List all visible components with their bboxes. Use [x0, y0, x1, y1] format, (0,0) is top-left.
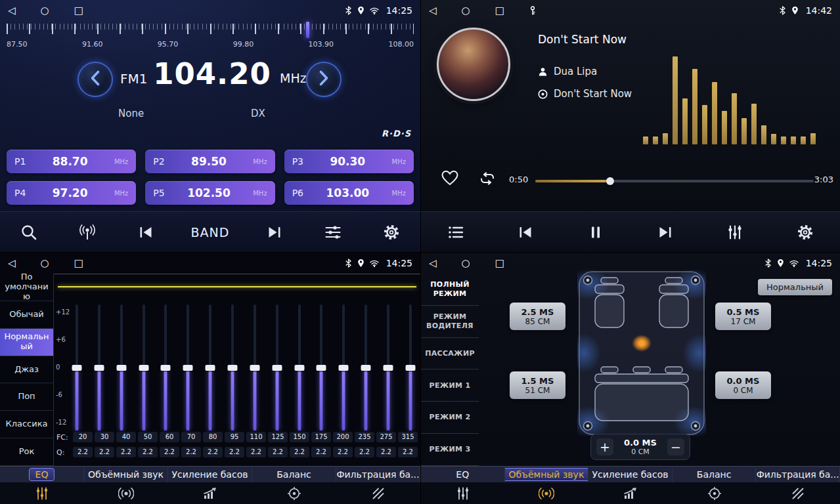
soundfield-mode-item[interactable]: ПОЛНЫЙ РЕЖИМ: [421, 274, 479, 306]
band-q-cell[interactable]: 2.2: [138, 447, 158, 457]
eq-preset-item[interactable]: Рок: [0, 438, 53, 466]
band-frequency-cell[interactable]: 200: [333, 432, 353, 442]
home-icon[interactable]: ○: [41, 257, 49, 269]
recents-icon[interactable]: □: [74, 5, 83, 16]
eq-band-slider[interactable]: [405, 304, 416, 430]
slider-handle[interactable]: [161, 365, 171, 371]
slider-handle[interactable]: [317, 365, 326, 371]
band-frequency-cell[interactable]: 175: [311, 432, 331, 442]
back-icon[interactable]: ◁: [429, 257, 437, 269]
band-q-cell[interactable]: 2.2: [398, 447, 418, 457]
eq-band-slider[interactable]: [182, 304, 194, 430]
band-frequency-cell[interactable]: 150: [290, 432, 309, 442]
slider-handle[interactable]: [139, 365, 148, 371]
rear-right-delay-button[interactable]: 0.0 MS 0 CM: [715, 371, 771, 399]
band-button[interactable]: BAND: [191, 225, 230, 240]
band-q-cell[interactable]: 2.2: [376, 447, 396, 457]
slider-handle[interactable]: [384, 365, 393, 371]
previous-track-icon[interactable]: [512, 224, 539, 241]
band-q-cell[interactable]: 2.2: [181, 447, 201, 457]
playlist-icon[interactable]: [443, 224, 469, 241]
repeat-icon[interactable]: [479, 171, 496, 188]
front-right-delay-button[interactable]: 0.5 MS 17 CM: [715, 303, 771, 330]
progress-bar[interactable]: [535, 180, 814, 182]
eq-sliders-icon[interactable]: [320, 224, 346, 241]
band-frequency-cell[interactable]: 80: [203, 432, 223, 442]
eq-band-slider[interactable]: [338, 304, 349, 430]
slider-handle[interactable]: [228, 365, 238, 371]
radio-preset-p2[interactable]: P289.50MHz: [145, 150, 275, 173]
band-q-cell[interactable]: 2.2: [160, 447, 179, 457]
band-q-cell[interactable]: 2.2: [246, 447, 266, 457]
tab-eq[interactable]: EQ: [421, 466, 505, 504]
band-frequency-cell[interactable]: 275: [376, 432, 396, 442]
frequency-scale[interactable]: [7, 24, 414, 37]
band-q-cell[interactable]: 2.2: [355, 447, 374, 457]
eq-preset-item[interactable]: Нормальный: [0, 329, 53, 356]
recents-icon[interactable]: □: [495, 5, 504, 16]
home-icon[interactable]: ○: [462, 5, 470, 16]
band-frequency-cell[interactable]: 20: [73, 432, 93, 442]
soundfield-mode-item[interactable]: РЕЖИМ ВОДИТЕЛЯ: [421, 306, 479, 338]
eq-band-slider[interactable]: [271, 304, 283, 430]
mixer-icon[interactable]: [722, 224, 748, 241]
slider-handle[interactable]: [94, 365, 104, 371]
band-q-cell[interactable]: 2.2: [116, 447, 136, 457]
eq-band-slider[interactable]: [227, 304, 238, 430]
band-q-cell[interactable]: 2.2: [225, 447, 244, 457]
slider-handle[interactable]: [405, 365, 415, 371]
band-q-cell[interactable]: 2.2: [311, 447, 331, 457]
tune-down-button[interactable]: [77, 62, 113, 97]
tab-balance[interactable]: Баланс: [252, 466, 336, 504]
eq-band-slider[interactable]: [93, 304, 105, 430]
soundfield-mode-item[interactable]: ПАССАЖИР: [421, 338, 479, 370]
soundfield-mode-item[interactable]: РЕЖИМ 2: [421, 402, 479, 434]
next-station-icon[interactable]: [261, 224, 288, 241]
soundfield-mode-item[interactable]: РЕЖИМ 1: [421, 369, 479, 402]
radio-preset-p6[interactable]: P6103.00MHz: [284, 181, 414, 205]
soundfield-mode-item[interactable]: РЕЖИМ 3: [421, 434, 479, 466]
back-icon[interactable]: ◁: [8, 257, 16, 269]
tab-bass-boost[interactable]: Усиление басов: [168, 466, 252, 504]
slider-handle[interactable]: [206, 365, 215, 371]
tab-filter[interactable]: Фильтрация ба...: [756, 466, 840, 504]
sound-preset-button[interactable]: Нормальный: [758, 279, 832, 295]
tune-up-button[interactable]: [306, 62, 342, 97]
slider-handle[interactable]: [116, 365, 126, 371]
eq-band-slider[interactable]: [138, 304, 150, 430]
band-frequency-cell[interactable]: 315: [398, 432, 418, 442]
slider-handle[interactable]: [361, 365, 371, 371]
eq-band-slider[interactable]: [71, 304, 83, 430]
band-q-cell[interactable]: 2.2: [290, 447, 309, 457]
eq-preset-item[interactable]: Поп: [0, 383, 53, 411]
tab-balance[interactable]: Баланс: [673, 466, 757, 504]
slider-handle[interactable]: [294, 365, 304, 371]
home-icon[interactable]: ○: [462, 257, 470, 269]
tab-bass-boost[interactable]: Усиление басов: [588, 466, 673, 504]
eq-band-slider[interactable]: [160, 304, 171, 430]
eq-preset-item[interactable]: Джаз: [0, 356, 53, 384]
band-frequency-cell[interactable]: 235: [355, 432, 374, 442]
home-icon[interactable]: ○: [41, 5, 49, 16]
band-frequency-cell[interactable]: 60: [160, 432, 179, 442]
slider-handle[interactable]: [183, 365, 193, 371]
decrease-delay-button[interactable]: −: [667, 438, 684, 455]
eq-band-slider[interactable]: [315, 304, 327, 430]
search-icon[interactable]: [16, 224, 42, 241]
radio-preset-p5[interactable]: P5102.50MHz: [145, 181, 275, 205]
next-track-icon[interactable]: [652, 224, 678, 241]
tab-surround-sound[interactable]: Объёмный звук: [84, 466, 168, 504]
eq-preset-item[interactable]: Обычай: [0, 301, 53, 329]
slider-handle[interactable]: [72, 365, 82, 371]
recents-icon[interactable]: □: [74, 257, 83, 269]
band-frequency-cell[interactable]: 125: [268, 432, 288, 442]
slider-handle[interactable]: [250, 365, 259, 371]
eq-band-slider[interactable]: [294, 304, 305, 430]
radio-preset-p4[interactable]: P497.20MHz: [7, 181, 136, 205]
eq-band-slider[interactable]: [382, 304, 394, 430]
increase-delay-button[interactable]: +: [596, 438, 613, 455]
eq-preset-item[interactable]: Классика: [0, 411, 53, 438]
tab-eq[interactable]: EQ: [0, 466, 84, 504]
front-left-delay-button[interactable]: 2.5 MS 85 CM: [510, 303, 565, 330]
eq-band-slider[interactable]: [204, 304, 216, 430]
